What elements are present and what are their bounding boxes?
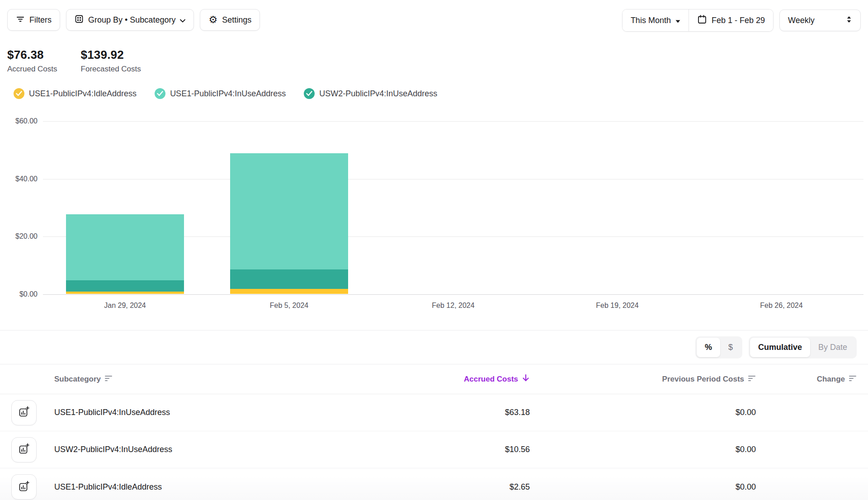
- check-circle-icon: [304, 88, 315, 99]
- accrued-costs-stat: $76.38 Accrued Costs: [7, 48, 57, 74]
- accrued-costs-cell: $63.18: [403, 408, 530, 417]
- y-axis-tick-label: $40.00: [0, 175, 38, 183]
- legend-label: USE1-PublicIPv4:InUseAddress: [170, 89, 286, 99]
- header-previous-period-costs[interactable]: Previous Period Costs: [530, 374, 756, 384]
- grid-icon: [75, 14, 84, 26]
- costs-table: Subcategory Accrued Costs Previous Perio…: [0, 364, 868, 500]
- previous-period-costs-cell: $0.00: [530, 445, 756, 454]
- filter-icon: [16, 14, 25, 26]
- previous-period-costs-cell: $0.00: [530, 408, 756, 417]
- legend-label: USE1-PublicIPv4:IdleAddress: [29, 89, 137, 99]
- toolbar-left: Filters Group By • Subcategory ⚙ Setting…: [7, 9, 260, 31]
- accrued-costs-cell: $2.65: [403, 482, 530, 492]
- forecasted-costs-label: Forecasted Costs: [81, 65, 141, 74]
- chart-plot-area: [43, 121, 863, 294]
- x-axis-tick-label: Feb 19, 2024: [577, 302, 658, 310]
- toolbar-right: This Month Feb 1 - Feb 29 Weekly: [622, 9, 861, 32]
- filters-button[interactable]: Filters: [7, 9, 60, 31]
- bar-segment[interactable]: [66, 292, 184, 294]
- date-controls-group: This Month Feb 1 - Feb 29: [622, 9, 774, 32]
- period-label: This Month: [631, 16, 671, 25]
- chart: $60.00$40.00$20.00$0.00Jan 29, 2024Feb 5…: [0, 108, 868, 316]
- date-range-button[interactable]: Feb 1 - Feb 29: [689, 9, 773, 31]
- table-controls: % $ Cumulative By Date: [0, 330, 868, 364]
- accrued-costs-cell: $10.56: [403, 445, 530, 454]
- cost-summary: $76.38 Accrued Costs $139.92 Forecasted …: [0, 48, 868, 74]
- legend-item[interactable]: USE1-PublicIPv4:IdleAddress: [14, 88, 137, 99]
- toolbar: Filters Group By • Subcategory ⚙ Setting…: [0, 0, 868, 32]
- chevron-down-icon: [180, 15, 185, 25]
- percent-toggle-button[interactable]: %: [697, 338, 720, 357]
- settings-button[interactable]: ⚙ Settings: [200, 9, 260, 31]
- subcategory-cell: USE1-PublicIPv4:InUseAddress: [54, 408, 403, 417]
- bar-chart-plus-icon: [18, 481, 30, 494]
- group-by-label: Group By • Subcategory: [88, 15, 175, 25]
- by-date-tab[interactable]: By Date: [810, 338, 855, 357]
- header-change[interactable]: Change: [756, 374, 857, 384]
- caret-down-icon: [675, 16, 680, 25]
- x-axis-tick-label: Feb 12, 2024: [413, 302, 494, 310]
- forecasted-costs-value: $139.92: [81, 48, 141, 62]
- bar-slot: [43, 121, 207, 294]
- group-by-button[interactable]: Group By • Subcategory: [66, 9, 194, 31]
- dollar-toggle-button[interactable]: $: [720, 338, 741, 357]
- bar-slot: [207, 121, 371, 294]
- check-circle-icon: [14, 88, 24, 99]
- subcategory-cell: USE1-PublicIPv4:IdleAddress: [54, 482, 403, 492]
- table-body: USE1-PublicIPv4:InUseAddress$63.18$0.00U…: [0, 394, 868, 500]
- mode-toggle: Cumulative By Date: [749, 336, 857, 358]
- bar-slot: [535, 121, 699, 294]
- subcategory-cell: USW2-PublicIPv4:InUseAddress: [54, 445, 403, 454]
- bar-chart-plus-icon: [18, 406, 30, 419]
- x-axis-tick-label: Feb 26, 2024: [741, 302, 822, 310]
- bar-chart-plus-icon: [18, 443, 30, 456]
- add-to-chart-button[interactable]: [11, 437, 37, 462]
- table-header-row: Subcategory Accrued Costs Previous Perio…: [0, 364, 868, 394]
- bar-segment[interactable]: [230, 289, 348, 294]
- bar-slot: [699, 121, 863, 294]
- add-to-chart-button[interactable]: [11, 474, 37, 500]
- sort-lines-icon: [104, 374, 113, 384]
- table-row: USE1-PublicIPv4:IdleAddress$2.65$0.00: [0, 468, 868, 500]
- bar-segment[interactable]: [230, 153, 348, 269]
- granularity-select[interactable]: Weekly: [779, 9, 861, 31]
- bar-segment[interactable]: [230, 269, 348, 289]
- header-subcategory[interactable]: Subcategory: [54, 374, 403, 384]
- table-row: USE1-PublicIPv4:InUseAddress$63.18$0.00: [0, 394, 868, 431]
- chart-legend: USE1-PublicIPv4:IdleAddressUSE1-PublicIP…: [0, 88, 868, 99]
- check-circle-icon: [155, 88, 165, 99]
- forecasted-costs-stat: $139.92 Forecasted Costs: [81, 48, 141, 74]
- stacked-bar[interactable]: [230, 153, 348, 294]
- gridline: [43, 294, 863, 295]
- y-axis-tick-label: $0.00: [0, 290, 38, 298]
- unit-toggle: % $: [695, 336, 742, 358]
- arrow-down-icon: [522, 373, 530, 385]
- period-dropdown[interactable]: This Month: [623, 9, 689, 31]
- bar-segment[interactable]: [66, 280, 184, 292]
- stacked-bar[interactable]: [66, 214, 184, 294]
- previous-period-costs-cell: $0.00: [530, 482, 756, 492]
- y-axis-tick-label: $20.00: [0, 232, 38, 241]
- filters-label: Filters: [29, 15, 52, 25]
- up-down-chevrons-icon: [846, 16, 852, 25]
- add-to-chart-button[interactable]: [11, 400, 37, 425]
- bar-slot: [371, 121, 535, 294]
- accrued-costs-value: $76.38: [7, 48, 57, 62]
- accrued-costs-label: Accrued Costs: [7, 65, 57, 74]
- sort-lines-icon: [849, 374, 857, 384]
- settings-label: Settings: [222, 15, 251, 25]
- legend-item[interactable]: USE1-PublicIPv4:InUseAddress: [155, 88, 286, 99]
- date-range-label: Feb 1 - Feb 29: [712, 16, 765, 25]
- bar-segment[interactable]: [66, 214, 184, 280]
- legend-label: USW2-PublicIPv4:InUseAddress: [319, 89, 437, 99]
- y-axis-tick-label: $60.00: [0, 117, 38, 125]
- gear-icon: ⚙: [208, 15, 217, 25]
- legend-item[interactable]: USW2-PublicIPv4:InUseAddress: [304, 88, 437, 99]
- calendar-icon: [697, 14, 707, 27]
- header-accrued-costs[interactable]: Accrued Costs: [403, 373, 530, 385]
- table-row: USW2-PublicIPv4:InUseAddress$10.56$0.00: [0, 431, 868, 468]
- x-axis-tick-label: Jan 29, 2024: [85, 302, 166, 310]
- x-axis-tick-label: Feb 5, 2024: [249, 302, 330, 310]
- cumulative-tab[interactable]: Cumulative: [750, 338, 810, 357]
- sort-lines-icon: [748, 374, 756, 384]
